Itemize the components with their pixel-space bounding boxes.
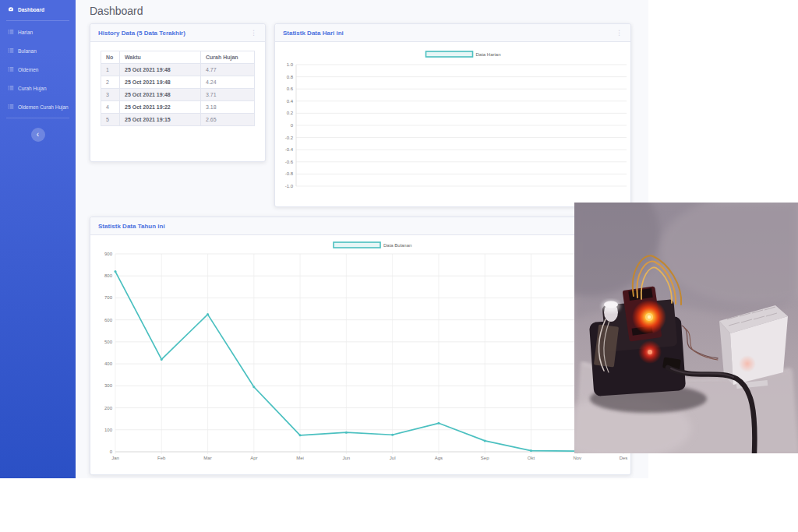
table-row: 225 Oct 2021 19:484.24 (101, 76, 255, 89)
page-title: Dashboard (90, 5, 143, 17)
sidebar-item-oldemen[interactable]: Oldemen (0, 60, 76, 79)
daily-card-title: Statistk Data Hari ini (283, 30, 344, 37)
hardware-photo-scene (574, 203, 798, 453)
yearly-stats-card: Statistk Data Tahun ini 9008007006005004… (90, 217, 631, 475)
table-cell: 4.77 (201, 64, 255, 76)
svg-text:-1.0: -1.0 (285, 184, 294, 188)
table-row: 425 Oct 2021 19:223.18 (101, 101, 255, 114)
sidebar-item-label: Oldemen Curah Hujan (18, 104, 69, 110)
list-icon (8, 104, 14, 110)
svg-text:Sep: Sep (481, 456, 489, 460)
table-cell: 25 Oct 2021 19:48 (120, 89, 201, 101)
table-cell: 4.24 (201, 76, 255, 89)
sidebar-item-dashboard[interactable]: Dashboard (0, 0, 76, 19)
history-card-title: History Data (5 Data Terakhir) (98, 30, 185, 37)
table-cell: 3.18 (201, 101, 255, 114)
list-icon (8, 48, 14, 54)
sidebar-item-label: Curah Hujan (18, 86, 47, 91)
table-row: 325 Oct 2021 19:483.71 (101, 89, 255, 101)
svg-text:Jul: Jul (390, 456, 396, 460)
daily-card-header: Statistk Data Hari ini ⋮ (275, 24, 630, 42)
table-cell: 5 (101, 114, 120, 126)
yearly-card-title: Statistk Data Tahun ini (98, 223, 165, 230)
daily-stats-card: Statistk Data Hari ini ⋮ 1.00.80.60.40.2… (274, 23, 631, 207)
svg-text:0: 0 (110, 449, 113, 454)
table-cell: 3 (101, 89, 120, 101)
svg-text:1.0: 1.0 (287, 62, 294, 67)
svg-text:Mei: Mei (296, 456, 304, 460)
svg-text:200: 200 (104, 406, 113, 410)
sidebar-item-label: Dashboard (18, 7, 44, 12)
list-icon (8, 85, 14, 91)
table-cell: 2.65 (201, 114, 255, 126)
yearly-card-header: Statistk Data Tahun ini (90, 217, 630, 235)
table-cell: 25 Oct 2021 19:48 (120, 76, 201, 89)
svg-text:500: 500 (104, 340, 113, 344)
svg-text:0: 0 (291, 123, 294, 128)
table-header-cell: Curah Hujan (201, 51, 255, 64)
svg-text:400: 400 (104, 361, 113, 366)
table-row: 525 Oct 2021 19:152.65 (101, 114, 255, 126)
history-card-body: NoWaktuCurah Hujan 125 Oct 2021 19:484.7… (90, 42, 265, 135)
table-header-cell: Waktu (120, 51, 201, 64)
history-card: History Data (5 Data Terakhir) ⋮ NoWaktu… (90, 23, 266, 162)
svg-text:Okt: Okt (528, 456, 535, 460)
svg-text:800: 800 (104, 273, 113, 278)
svg-text:Jun: Jun (343, 456, 351, 460)
sidebar: Dashboard HarianBulananOldemenCurah Huja… (0, 0, 76, 478)
svg-text:Jan: Jan (111, 456, 119, 460)
table-cell: 3.71 (201, 89, 255, 101)
svg-text:0.2: 0.2 (287, 111, 294, 115)
svg-text:700: 700 (104, 295, 113, 300)
sidebar-item-harian[interactable]: Harian (0, 23, 76, 41)
svg-text:Feb: Feb (157, 456, 166, 460)
svg-text:-0.2: -0.2 (285, 136, 294, 140)
svg-text:-0.8: -0.8 (285, 171, 294, 176)
svg-text:Ags: Ags (435, 456, 443, 460)
table-cell: 25 Oct 2021 19:22 (120, 101, 201, 114)
table-cell: 25 Oct 2021 19:48 (120, 64, 201, 76)
svg-text:Mar: Mar (203, 456, 211, 460)
svg-text:300: 300 (104, 383, 113, 388)
svg-text:-0.6: -0.6 (285, 160, 294, 164)
svg-text:0.6: 0.6 (287, 86, 294, 91)
history-card-header: History Data (5 Data Terakhir) ⋮ (90, 24, 265, 42)
table-row: 125 Oct 2021 19:484.77 (101, 64, 255, 76)
svg-text:0.8: 0.8 (287, 75, 294, 79)
yearly-chart: 9008007006005004003002001000JanFebMarApr… (90, 235, 630, 474)
svg-text:900: 900 (104, 252, 113, 256)
svg-text:Des: Des (620, 456, 628, 460)
svg-text:0.4: 0.4 (287, 99, 294, 104)
sidebar-nav: HarianBulananOldemenCurah HujanOldemen C… (0, 23, 76, 116)
list-icon (8, 66, 14, 72)
svg-text:Data Harian: Data Harian (476, 52, 501, 57)
vertical-dots-icon[interactable]: ⋮ (616, 30, 623, 37)
table-header-row: NoWaktuCurah Hujan (101, 51, 255, 64)
sidebar-item-curah-hujan[interactable]: Curah Hujan (0, 79, 76, 97)
vertical-dots-icon[interactable]: ⋮ (250, 30, 257, 37)
table-cell: 4 (101, 101, 120, 114)
daily-chart: 1.00.80.60.40.20-0.2-0.4-0.6-0.8-1.0Data… (275, 42, 630, 206)
table-header-cell: No (101, 51, 120, 64)
sidebar-item-label: Bulanan (18, 48, 37, 54)
svg-text:Apr: Apr (250, 456, 257, 460)
sidebar-item-bulanan[interactable]: Bulanan (0, 41, 76, 60)
svg-text:600: 600 (104, 318, 113, 322)
sidebar-item-oldemen-curah-hujan[interactable]: Oldemen Curah Hujan (0, 97, 76, 116)
table-cell: 2 (101, 76, 120, 89)
history-table: NoWaktuCurah Hujan 125 Oct 2021 19:484.7… (101, 51, 255, 126)
svg-text:-0.4: -0.4 (285, 147, 294, 152)
table-cell: 25 Oct 2021 19:15 (120, 114, 201, 126)
sidebar-item-label: Harian (18, 30, 33, 35)
sidebar-divider (6, 118, 69, 118)
sidebar-collapse-button[interactable]: ‹ (31, 128, 45, 142)
sidebar-item-label: Oldemen (18, 67, 38, 72)
sidebar-nav-top: Dashboard (0, 0, 76, 19)
sidebar-toggle-wrap: ‹ (0, 128, 76, 142)
hardware-photo (574, 203, 798, 453)
chevron-left-icon: ‹ (37, 130, 39, 139)
svg-text:Data Bulanan: Data Bulanan (383, 243, 411, 248)
list-icon (8, 29, 14, 35)
tachometer-icon (8, 6, 14, 12)
svg-text:Nov: Nov (573, 456, 581, 460)
